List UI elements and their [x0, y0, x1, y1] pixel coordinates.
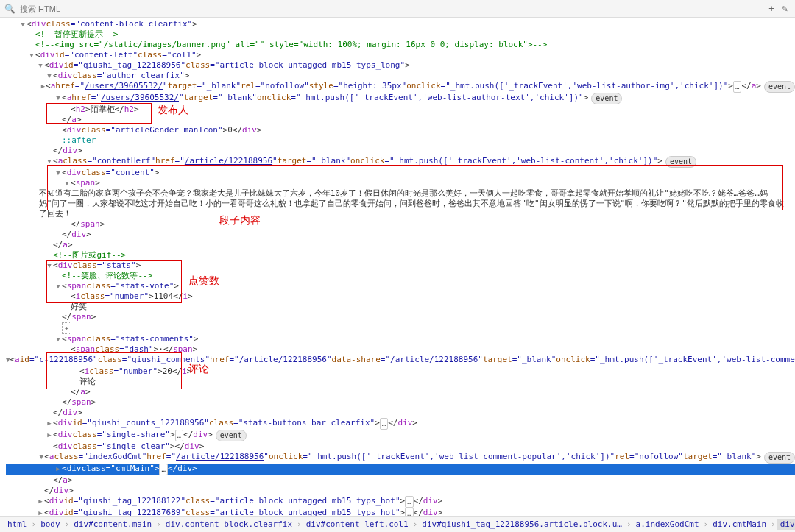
expand-toggle[interactable]: [6, 355, 10, 365]
expand-toggle[interactable]: [54, 93, 62, 103]
annotation-label-publisher: 发布人: [158, 104, 188, 115]
expand-toggle[interactable]: [19, 19, 26, 29]
event-badge[interactable]: event: [764, 452, 795, 464]
expand-toggle[interactable]: [54, 281, 62, 291]
expand-toggle[interactable]: [54, 168, 62, 178]
brush-icon[interactable]: ✎: [782, 4, 788, 14]
expand-toggle[interactable]: [54, 334, 62, 344]
comment-label: 评论: [80, 377, 96, 387]
expand-toggle[interactable]: [54, 464, 62, 474]
search-toolbar: 🔍 + ✎: [0, 0, 795, 18]
content-text: 不知道有二胎的家庭两个孩子会不会争宠？我家老大是儿子比妹妹大了六岁，今年10岁了…: [39, 188, 795, 219]
expand-toggle[interactable]: [28, 50, 35, 60]
html-tree[interactable]: <div class="content-block clearfix"> <!-…: [0, 18, 795, 516]
search-icon: 🔍: [0, 4, 20, 14]
expand-toggle[interactable]: [37, 60, 44, 71]
expand-toggle[interactable]: [46, 71, 53, 81]
comment: <!--<img src="/static/images/banner.png"…: [35, 40, 547, 50]
event-badge[interactable]: event: [764, 81, 795, 93]
comment: <!--暂停更新提示-->: [35, 29, 118, 40]
expand-toggle[interactable]: [46, 260, 53, 271]
add-node[interactable]: +: [62, 322, 71, 334]
pseudo-element: ::after: [62, 135, 96, 146]
annotation-label-likes: 点赞数: [188, 275, 219, 285]
comment: <!--笑脸、评论数等-->: [62, 271, 152, 281]
add-button[interactable]: +: [768, 4, 774, 14]
annotation-label-content: 段子内容: [219, 215, 261, 225]
event-badge[interactable]: event: [665, 156, 696, 168]
selected-node[interactable]: <div class="cmtMain"> … </div>: [6, 464, 795, 475]
expand-toggle[interactable]: [37, 508, 44, 516]
event-badge[interactable]: event: [591, 93, 622, 104]
author-name-text: 陌掌柜: [91, 104, 115, 115]
expand-toggle[interactable]: [37, 496, 44, 506]
like-label: 好笑: [71, 302, 87, 312]
expand-toggle[interactable]: [46, 430, 53, 440]
expand-toggle[interactable]: [46, 418, 53, 428]
expand-toggle[interactable]: [40, 81, 46, 91]
comment: <!--图片或gif-->: [53, 250, 126, 260]
expand-toggle[interactable]: [46, 156, 53, 166]
search-input[interactable]: [20, 4, 761, 13]
expand-toggle[interactable]: [63, 178, 71, 188]
event-badge[interactable]: event: [216, 430, 247, 441]
expand-toggle[interactable]: [38, 452, 44, 462]
annotation-label-comments: 评论: [188, 363, 209, 374]
